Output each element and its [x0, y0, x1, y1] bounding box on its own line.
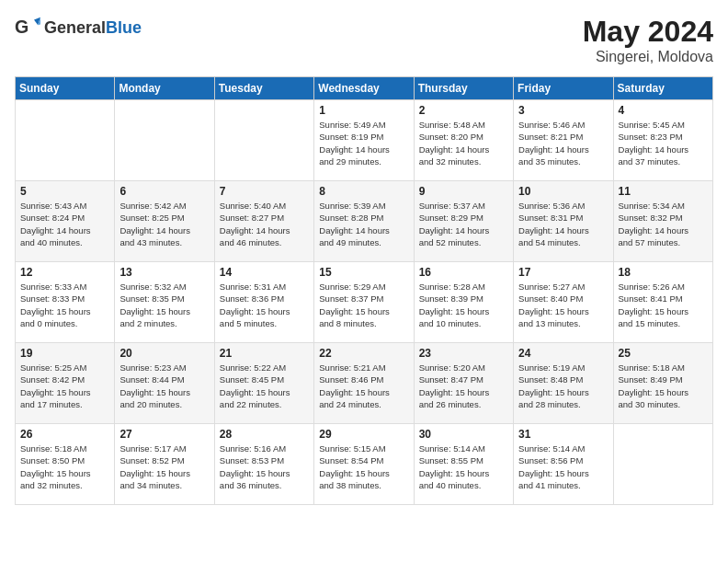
calendar-cell: 27Sunrise: 5:17 AM Sunset: 8:52 PM Dayli…: [115, 424, 214, 505]
calendar-cell: 1Sunrise: 5:49 AM Sunset: 8:19 PM Daylig…: [314, 100, 414, 181]
day-info: Sunrise: 5:20 AM Sunset: 8:47 PM Dayligh…: [419, 362, 508, 410]
day-info: Sunrise: 5:46 AM Sunset: 8:21 PM Dayligh…: [518, 119, 608, 167]
column-header-sunday: Sunday: [16, 77, 115, 100]
day-number: 10: [518, 185, 608, 198]
column-header-wednesday: Wednesday: [314, 77, 414, 100]
day-info: Sunrise: 5:34 AM Sunset: 8:32 PM Dayligh…: [619, 200, 708, 248]
day-info: Sunrise: 5:49 AM Sunset: 8:19 PM Dayligh…: [319, 119, 408, 167]
calendar-cell: 13Sunrise: 5:32 AM Sunset: 8:35 PM Dayli…: [115, 262, 214, 343]
logo-general: General: [44, 18, 106, 38]
day-number: 29: [319, 428, 408, 441]
calendar-cell: 24Sunrise: 5:19 AM Sunset: 8:48 PM Dayli…: [514, 343, 613, 424]
calendar-cell: 8Sunrise: 5:39 AM Sunset: 8:28 PM Daylig…: [314, 181, 414, 262]
calendar-week-4: 19Sunrise: 5:25 AM Sunset: 8:42 PM Dayli…: [16, 343, 713, 424]
calendar-cell: 29Sunrise: 5:15 AM Sunset: 8:54 PM Dayli…: [314, 424, 414, 505]
calendar-cell: 14Sunrise: 5:31 AM Sunset: 8:36 PM Dayli…: [214, 262, 313, 343]
day-number: 14: [220, 266, 309, 279]
day-number: 13: [119, 266, 209, 279]
calendar-cell: 23Sunrise: 5:20 AM Sunset: 8:47 PM Dayli…: [414, 343, 513, 424]
day-info: Sunrise: 5:26 AM Sunset: 8:41 PM Dayligh…: [619, 281, 708, 329]
calendar-cell: 3Sunrise: 5:46 AM Sunset: 8:21 PM Daylig…: [514, 100, 613, 181]
day-info: Sunrise: 5:17 AM Sunset: 8:52 PM Dayligh…: [119, 442, 209, 491]
calendar-cell: [613, 424, 712, 505]
day-info: Sunrise: 5:43 AM Sunset: 8:24 PM Dayligh…: [20, 200, 109, 248]
day-number: 12: [20, 266, 109, 279]
day-info: Sunrise: 5:16 AM Sunset: 8:53 PM Dayligh…: [220, 442, 309, 491]
day-number: 9: [419, 185, 508, 198]
calendar-cell: 7Sunrise: 5:40 AM Sunset: 8:27 PM Daylig…: [214, 181, 313, 262]
day-number: 30: [419, 428, 508, 441]
calendar-header-row: SundayMondayTuesdayWednesdayThursdayFrid…: [16, 77, 713, 100]
month-year: May 2024: [583, 15, 713, 49]
day-info: Sunrise: 5:23 AM Sunset: 8:44 PM Dayligh…: [119, 362, 209, 410]
day-number: 7: [220, 185, 309, 198]
day-info: Sunrise: 5:19 AM Sunset: 8:48 PM Dayligh…: [518, 362, 608, 410]
day-info: Sunrise: 5:42 AM Sunset: 8:25 PM Dayligh…: [119, 200, 209, 248]
calendar-cell: 9Sunrise: 5:37 AM Sunset: 8:29 PM Daylig…: [414, 181, 513, 262]
day-number: 6: [119, 185, 209, 198]
calendar-cell: 31Sunrise: 5:14 AM Sunset: 8:56 PM Dayli…: [514, 424, 613, 505]
day-number: 5: [20, 185, 109, 198]
day-info: Sunrise: 5:18 AM Sunset: 8:50 PM Dayligh…: [20, 442, 109, 491]
calendar-week-3: 12Sunrise: 5:33 AM Sunset: 8:33 PM Dayli…: [16, 262, 713, 343]
day-info: Sunrise: 5:21 AM Sunset: 8:46 PM Dayligh…: [319, 362, 408, 410]
day-number: 27: [119, 428, 209, 441]
day-info: Sunrise: 5:25 AM Sunset: 8:42 PM Dayligh…: [20, 362, 109, 410]
logo-icon: G: [15, 15, 40, 40]
day-info: Sunrise: 5:48 AM Sunset: 8:20 PM Dayligh…: [419, 119, 508, 167]
day-info: Sunrise: 5:14 AM Sunset: 8:55 PM Dayligh…: [419, 442, 508, 491]
day-number: 17: [518, 266, 608, 279]
day-info: Sunrise: 5:37 AM Sunset: 8:29 PM Dayligh…: [419, 200, 508, 248]
logo-blue: Blue: [106, 18, 142, 38]
calendar-week-2: 5Sunrise: 5:43 AM Sunset: 8:24 PM Daylig…: [16, 181, 713, 262]
calendar-table: SundayMondayTuesdayWednesdayThursdayFrid…: [15, 76, 713, 505]
day-info: Sunrise: 5:31 AM Sunset: 8:36 PM Dayligh…: [220, 281, 309, 329]
calendar-cell: 28Sunrise: 5:16 AM Sunset: 8:53 PM Dayli…: [214, 424, 313, 505]
calendar-cell: 30Sunrise: 5:14 AM Sunset: 8:55 PM Dayli…: [414, 424, 513, 505]
column-header-tuesday: Tuesday: [214, 77, 313, 100]
calendar-cell: 2Sunrise: 5:48 AM Sunset: 8:20 PM Daylig…: [414, 100, 513, 181]
day-number: 16: [419, 266, 508, 279]
day-number: 22: [319, 347, 408, 360]
logo: G GeneralBlue: [15, 15, 142, 40]
column-header-monday: Monday: [115, 77, 214, 100]
calendar-cell: 17Sunrise: 5:27 AM Sunset: 8:40 PM Dayli…: [514, 262, 613, 343]
calendar-cell: 6Sunrise: 5:42 AM Sunset: 8:25 PM Daylig…: [115, 181, 214, 262]
calendar-week-1: 1Sunrise: 5:49 AM Sunset: 8:19 PM Daylig…: [16, 100, 713, 181]
calendar-cell: 20Sunrise: 5:23 AM Sunset: 8:44 PM Dayli…: [115, 343, 214, 424]
calendar-cell: [115, 100, 214, 181]
day-number: 15: [319, 266, 408, 279]
day-number: 24: [518, 347, 608, 360]
day-number: 19: [20, 347, 109, 360]
day-number: 8: [319, 185, 408, 198]
day-number: 20: [119, 347, 209, 360]
day-info: Sunrise: 5:18 AM Sunset: 8:49 PM Dayligh…: [619, 362, 708, 410]
day-info: Sunrise: 5:27 AM Sunset: 8:40 PM Dayligh…: [518, 281, 608, 329]
day-number: 11: [619, 185, 708, 198]
location: Singerei, Moldova: [583, 49, 713, 65]
day-info: Sunrise: 5:39 AM Sunset: 8:28 PM Dayligh…: [319, 200, 408, 248]
day-number: 3: [518, 104, 608, 117]
page-header: G GeneralBlue May 2024 Singerei, Moldova: [15, 15, 713, 65]
day-info: Sunrise: 5:14 AM Sunset: 8:56 PM Dayligh…: [518, 442, 608, 491]
day-number: 25: [619, 347, 708, 360]
calendar-cell: 5Sunrise: 5:43 AM Sunset: 8:24 PM Daylig…: [16, 181, 115, 262]
calendar-cell: 4Sunrise: 5:45 AM Sunset: 8:23 PM Daylig…: [613, 100, 712, 181]
calendar-cell: 11Sunrise: 5:34 AM Sunset: 8:32 PM Dayli…: [613, 181, 712, 262]
day-number: 4: [619, 104, 708, 117]
calendar-cell: 16Sunrise: 5:28 AM Sunset: 8:39 PM Dayli…: [414, 262, 513, 343]
calendar-cell: 19Sunrise: 5:25 AM Sunset: 8:42 PM Dayli…: [16, 343, 115, 424]
svg-text:G: G: [15, 17, 28, 37]
day-number: 18: [619, 266, 708, 279]
day-info: Sunrise: 5:40 AM Sunset: 8:27 PM Dayligh…: [220, 200, 309, 248]
column-header-thursday: Thursday: [414, 77, 513, 100]
day-number: 21: [220, 347, 309, 360]
calendar-week-5: 26Sunrise: 5:18 AM Sunset: 8:50 PM Dayli…: [16, 424, 713, 505]
day-info: Sunrise: 5:32 AM Sunset: 8:35 PM Dayligh…: [119, 281, 209, 329]
day-number: 28: [220, 428, 309, 441]
calendar-cell: 12Sunrise: 5:33 AM Sunset: 8:33 PM Dayli…: [16, 262, 115, 343]
day-info: Sunrise: 5:29 AM Sunset: 8:37 PM Dayligh…: [319, 281, 408, 329]
column-header-saturday: Saturday: [613, 77, 712, 100]
calendar-cell: 21Sunrise: 5:22 AM Sunset: 8:45 PM Dayli…: [214, 343, 313, 424]
day-info: Sunrise: 5:36 AM Sunset: 8:31 PM Dayligh…: [518, 200, 608, 248]
